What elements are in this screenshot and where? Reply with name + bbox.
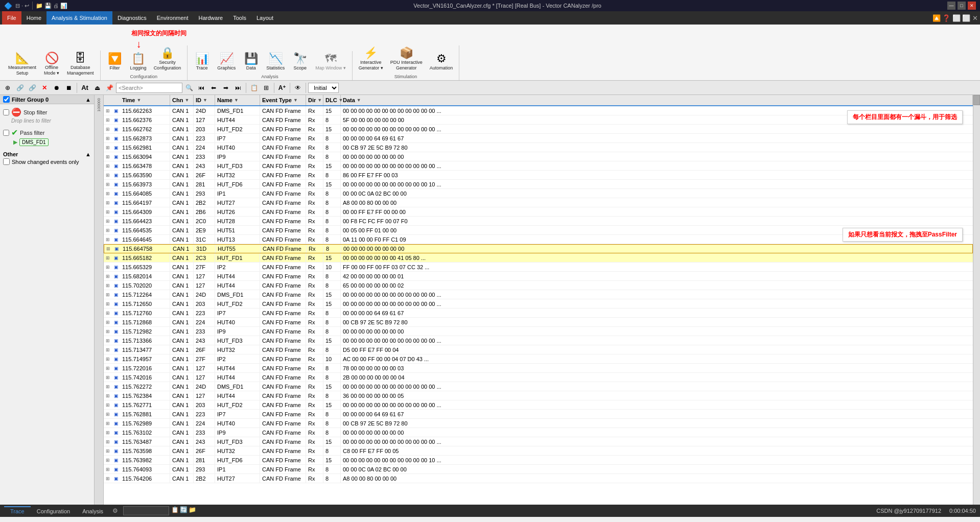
table-row[interactable]: ⊞ ▣ 115.664309 CAN 1 2B6 HUT26 CAN FD Fr…: [104, 207, 973, 217]
row-expand-btn[interactable]: ⊞: [104, 375, 112, 380]
search-input[interactable]: [116, 83, 182, 93]
header-chn[interactable]: Chn ▼: [170, 95, 194, 105]
table-row[interactable]: ⊞ ▣ 115.665329 CAN 1 27F IP2 CAN FD Fram…: [104, 263, 973, 272]
table-row[interactable]: ⊞ ▣ 115.722016 CAN 1 127 HUT44 CAN FD Fr…: [104, 364, 973, 373]
row-expand-btn[interactable]: ⊞: [104, 292, 112, 297]
toolbar-btn-2[interactable]: 🔗: [14, 82, 26, 93]
toolbar-btn-10[interactable]: ⬅: [208, 82, 219, 93]
table-row[interactable]: ⊞ ▣ 115.763598 CAN 1 26F HUT32 CAN FD Fr…: [104, 446, 973, 456]
menu-diagnostics[interactable]: Diagnostics: [112, 11, 152, 25]
data-filter-icon[interactable]: ▼: [357, 98, 361, 103]
statistics-button[interactable]: 📉 Statistics: [263, 51, 288, 73]
status-action-2[interactable]: 🔄: [180, 506, 188, 515]
header-name[interactable]: Name ▼: [215, 95, 260, 105]
row-expand-btn[interactable]: ⊞: [104, 246, 112, 251]
other-collapse[interactable]: ▲: [85, 151, 91, 157]
config-icon[interactable]: ⚙: [112, 507, 118, 514]
pdu-interactive-generator-button[interactable]: 📦 PDU InteractiveGenerator: [387, 45, 426, 73]
row-expand-btn[interactable]: ⊞: [104, 311, 112, 316]
row-expand-btn[interactable]: ⊞: [104, 237, 112, 242]
chn-filter-icon[interactable]: ▼: [184, 98, 189, 103]
menu-environment[interactable]: Environment: [152, 11, 194, 25]
row-expand-btn[interactable]: ⊞: [104, 274, 112, 279]
table-row[interactable]: ⊞ ▣ 115.713477 CAN 1 26F HUT32 CAN FD Fr…: [104, 345, 973, 354]
row-expand-btn[interactable]: ⊞: [104, 412, 112, 417]
table-row[interactable]: ⊞ ▣ 115.712868 CAN 1 224 HUT40 CAN FD Fr…: [104, 318, 973, 327]
filter-group-checkbox[interactable]: [3, 96, 10, 103]
table-row[interactable]: ⊞ ▣ 115.662263 CAN 1 24D DMS_FD1 CAN FD …: [104, 106, 973, 115]
row-expand-btn[interactable]: ⊞: [104, 283, 112, 288]
toolbar-btn-view[interactable]: 👁: [292, 82, 304, 93]
tree-item-dms-fd1[interactable]: ▶ DMS_FD1: [3, 138, 91, 146]
pass-filter-item[interactable]: ✔ Pass filter: [3, 127, 91, 138]
toolbar-btn-8[interactable]: 📌: [104, 82, 115, 93]
table-row[interactable]: ⊞ ▣ 115.664535 CAN 1 2E9 HUT51 CAN FD Fr…: [104, 226, 973, 235]
table-row[interactable]: ⊞ ▣ 115.762989 CAN 1 224 HUT40 CAN FD Fr…: [104, 419, 973, 428]
table-row[interactable]: ⊞ ▣ 115.764206 CAN 1 2B2 HUT27 CAN FD Fr…: [104, 474, 973, 483]
row-expand-btn[interactable]: ⊞: [104, 209, 112, 215]
table-row[interactable]: ⊞ ▣ 115.664197 CAN 1 2B2 HUT27 CAN FD Fr…: [104, 198, 973, 207]
row-expand-btn[interactable]: ⊞: [104, 163, 112, 169]
row-expand-btn[interactable]: ⊞: [104, 154, 112, 159]
table-row[interactable]: ⊞ ▣ 115.682014 CAN 1 127 HUT44 CAN FD Fr…: [104, 272, 973, 281]
toolbar-btn-3[interactable]: 🔗: [27, 82, 38, 93]
row-expand-btn[interactable]: ⊞: [104, 219, 112, 224]
table-row[interactable]: ⊞ ▣ 115.663590 CAN 1 26F HUT32 CAN FD Fr…: [104, 171, 973, 180]
status-tab-trace[interactable]: Trace: [4, 506, 31, 515]
table-row[interactable]: ⊞ ▣ 115.763487 CAN 1 243 HUT_FD3 CAN FD …: [104, 437, 973, 446]
security-config-button[interactable]: 🔒 SecurityConfiguration: [151, 45, 184, 73]
toolbar-btn-7[interactable]: ⏏: [91, 82, 103, 93]
row-expand-btn[interactable]: ⊞: [104, 402, 112, 408]
show-changed-checkbox[interactable]: [3, 158, 10, 165]
menu-tools[interactable]: Tools: [228, 11, 251, 25]
table-row[interactable]: ⊞ ▣ 115.702020 CAN 1 127 HUT44 CAN FD Fr…: [104, 281, 973, 290]
toolbar-btn-12[interactable]: ⏭: [232, 82, 244, 93]
filter-group-collapse[interactable]: ▲: [85, 97, 91, 103]
show-changed-item[interactable]: Show changed events only: [3, 158, 91, 165]
filter-button[interactable]: 🔽 Filter: [104, 51, 126, 73]
id-filter-icon[interactable]: ▼: [203, 98, 207, 103]
stop-filter-item[interactable]: ⛔ Stop filter: [3, 106, 91, 118]
time-filter-icon[interactable]: ▼: [136, 98, 141, 103]
table-row[interactable]: ⊞ ▣ 115.763982 CAN 1 281 HUT_FD6 CAN FD …: [104, 456, 973, 465]
table-row[interactable]: ⊞ ▣ 115.713366 CAN 1 243 HUT_FD3 CAN FD …: [104, 336, 973, 345]
header-id[interactable]: ID ▼: [194, 95, 215, 105]
table-row[interactable]: ⊞ ▣ 115.664423 CAN 1 2C0 HUT28 CAN FD Fr…: [104, 217, 973, 226]
toolbar-btn-at[interactable]: At: [79, 82, 90, 93]
header-dir[interactable]: Dir ▼: [306, 95, 323, 105]
stop-filter-checkbox[interactable]: [3, 109, 9, 115]
menu-layout[interactable]: Layout: [251, 11, 278, 25]
row-expand-btn[interactable]: ⊞: [104, 338, 112, 343]
table-row[interactable]: ⊞ ▣ 115.662762 CAN 1 203 HUT_FD2 CAN FD …: [104, 125, 973, 134]
row-expand-btn[interactable]: ⊞: [104, 265, 112, 270]
row-expand-btn[interactable]: ⊞: [104, 320, 112, 325]
row-expand-btn[interactable]: ⊞: [104, 145, 112, 150]
table-row[interactable]: ⊞ ▣ 115.712650 CAN 1 203 HUT_FD2 CAN FD …: [104, 299, 973, 309]
table-row[interactable]: ⊞ ▣ 115.762384 CAN 1 127 HUT44 CAN FD Fr…: [104, 391, 973, 400]
table-row[interactable]: ⊞ ▣ 115.664758 CAN 1 31D HUT55 CAN FD Fr…: [104, 244, 973, 253]
close-button[interactable]: ✕: [968, 2, 976, 10]
interactive-generator-button[interactable]: ⚡ InteractiveGenerator ▾: [356, 45, 386, 73]
scroll-thumb[interactable]: [973, 95, 980, 105]
table-row[interactable]: ⊞ ▣ 115.663973 CAN 1 281 HUT_FD6 CAN FD …: [104, 180, 973, 189]
row-expand-btn[interactable]: ⊞: [104, 191, 112, 196]
trace-button[interactable]: 📊 Trace: [191, 51, 213, 73]
graphics-button[interactable]: 📈 Graphics: [214, 51, 239, 73]
row-expand-btn[interactable]: ⊞: [104, 108, 112, 113]
toolbar-btn-copy[interactable]: 📋: [248, 82, 260, 93]
row-expand-btn[interactable]: ⊞: [104, 458, 112, 463]
status-action-3[interactable]: 📁: [189, 506, 196, 515]
table-row[interactable]: ⊞ ▣ 115.662873 CAN 1 223 IP7 CAN FD Fram…: [104, 134, 973, 143]
toolbar-btn-5[interactable]: ⏺: [51, 82, 62, 93]
row-expand-btn[interactable]: ⊞: [104, 117, 112, 123]
row-expand-btn[interactable]: ⊞: [104, 476, 112, 481]
row-expand-btn[interactable]: ⊞: [104, 366, 112, 371]
status-tab-analysis[interactable]: Analysis: [76, 506, 109, 515]
row-expand-btn[interactable]: ⊞: [104, 439, 112, 444]
row-expand-btn[interactable]: ⊞: [104, 357, 112, 362]
menu-file[interactable]: File: [2, 11, 21, 25]
toolbar-btn-4[interactable]: ✕: [39, 82, 50, 93]
toolbar-btn-font[interactable]: A⁺: [276, 82, 288, 93]
row-expand-btn[interactable]: ⊞: [104, 173, 112, 178]
table-row[interactable]: ⊞ ▣ 115.764093 CAN 1 293 IP1 CAN FD Fram…: [104, 465, 973, 474]
